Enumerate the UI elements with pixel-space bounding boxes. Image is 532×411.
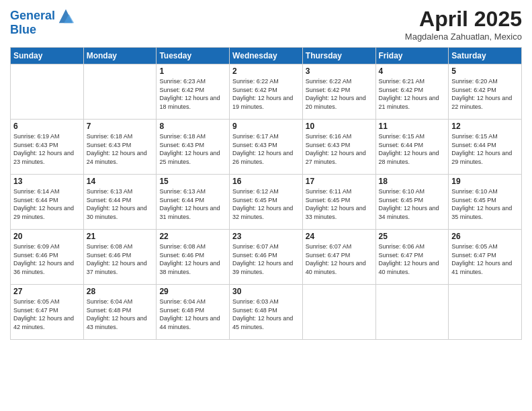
calendar-cell: 16Sunrise: 6:12 AM Sunset: 6:45 PM Dayli… (230, 175, 303, 230)
day-info: Sunrise: 6:11 AM Sunset: 6:45 PM Dayligh… (306, 187, 373, 221)
day-info: Sunrise: 6:05 AM Sunset: 6:47 PM Dayligh… (13, 298, 81, 331)
day-info: Sunrise: 6:14 AM Sunset: 6:44 PM Dayligh… (13, 187, 81, 221)
calendar-col-header: Tuesday (157, 48, 230, 64)
calendar-cell: 18Sunrise: 6:10 AM Sunset: 6:45 PM Dayli… (375, 175, 449, 230)
calendar-header-row: SundayMondayTuesdayWednesdayThursdayFrid… (11, 48, 522, 64)
calendar-cell: 3Sunrise: 6:22 AM Sunset: 6:42 PM Daylig… (302, 64, 375, 120)
calendar-cell: 12Sunrise: 6:15 AM Sunset: 6:44 PM Dayli… (449, 120, 522, 175)
calendar-body: 1Sunrise: 6:23 AM Sunset: 6:42 PM Daylig… (11, 64, 522, 340)
calendar-cell: 30Sunrise: 6:03 AM Sunset: 6:48 PM Dayli… (230, 285, 303, 340)
day-number: 8 (159, 122, 226, 131)
day-number: 28 (87, 287, 154, 296)
calendar-cell: 1Sunrise: 6:23 AM Sunset: 6:42 PM Daylig… (157, 64, 230, 120)
day-info: Sunrise: 6:04 AM Sunset: 6:48 PM Dayligh… (87, 298, 154, 331)
calendar-cell: 6Sunrise: 6:19 AM Sunset: 6:43 PM Daylig… (11, 120, 84, 175)
calendar-cell: 14Sunrise: 6:13 AM Sunset: 6:44 PM Dayli… (83, 175, 157, 230)
calendar-cell: 20Sunrise: 6:09 AM Sunset: 6:46 PM Dayli… (11, 230, 84, 285)
day-info: Sunrise: 6:18 AM Sunset: 6:43 PM Dayligh… (87, 132, 154, 166)
page-header: General Blue April 2025 Magdalena Zahuat… (10, 7, 522, 42)
calendar-week-row: 13Sunrise: 6:14 AM Sunset: 6:44 PM Dayli… (11, 175, 522, 230)
calendar-cell: 10Sunrise: 6:16 AM Sunset: 6:43 PM Dayli… (302, 120, 375, 175)
day-number: 2 (232, 66, 300, 76)
day-info: Sunrise: 6:08 AM Sunset: 6:46 PM Dayligh… (159, 242, 226, 276)
calendar-cell: 2Sunrise: 6:22 AM Sunset: 6:42 PM Daylig… (230, 64, 303, 120)
calendar-cell: 15Sunrise: 6:13 AM Sunset: 6:44 PM Dayli… (157, 175, 230, 230)
calendar-col-header: Saturday (449, 48, 522, 64)
day-info: Sunrise: 6:13 AM Sunset: 6:44 PM Dayligh… (87, 187, 154, 221)
day-number: 16 (232, 177, 300, 186)
logo: General Blue (10, 7, 75, 37)
day-info: Sunrise: 6:13 AM Sunset: 6:44 PM Dayligh… (159, 187, 226, 221)
day-info: Sunrise: 6:18 AM Sunset: 6:43 PM Dayligh… (159, 132, 226, 166)
calendar-col-header: Thursday (302, 48, 375, 64)
day-info: Sunrise: 6:22 AM Sunset: 6:42 PM Dayligh… (306, 77, 373, 111)
day-info: Sunrise: 6:17 AM Sunset: 6:43 PM Dayligh… (232, 132, 300, 166)
day-info: Sunrise: 6:10 AM Sunset: 6:45 PM Dayligh… (451, 187, 519, 221)
day-info: Sunrise: 6:12 AM Sunset: 6:45 PM Dayligh… (232, 187, 300, 221)
calendar-cell: 24Sunrise: 6:07 AM Sunset: 6:47 PM Dayli… (302, 230, 375, 285)
day-number: 26 (451, 232, 519, 241)
calendar-cell: 21Sunrise: 6:08 AM Sunset: 6:46 PM Dayli… (83, 230, 157, 285)
day-number: 27 (13, 287, 81, 296)
day-number: 4 (379, 66, 446, 76)
day-info: Sunrise: 6:16 AM Sunset: 6:43 PM Dayligh… (306, 132, 373, 166)
calendar-cell: 27Sunrise: 6:05 AM Sunset: 6:47 PM Dayli… (11, 285, 84, 340)
location: Magdalena Zahuatlan, Mexico (405, 32, 522, 42)
calendar-col-header: Sunday (11, 48, 84, 64)
calendar-cell: 26Sunrise: 6:05 AM Sunset: 6:47 PM Dayli… (449, 230, 522, 285)
day-info: Sunrise: 6:21 AM Sunset: 6:42 PM Dayligh… (379, 77, 446, 111)
calendar-cell (375, 285, 449, 340)
day-number: 23 (232, 232, 300, 241)
day-number: 6 (13, 122, 81, 131)
title-block: April 2025 Magdalena Zahuatlan, Mexico (405, 7, 522, 42)
calendar-week-row: 6Sunrise: 6:19 AM Sunset: 6:43 PM Daylig… (11, 120, 522, 175)
day-number: 10 (306, 122, 373, 131)
day-info: Sunrise: 6:10 AM Sunset: 6:45 PM Dayligh… (379, 187, 446, 221)
day-number: 13 (13, 177, 81, 186)
day-info: Sunrise: 6:07 AM Sunset: 6:46 PM Dayligh… (232, 242, 300, 276)
calendar-cell: 22Sunrise: 6:08 AM Sunset: 6:46 PM Dayli… (157, 230, 230, 285)
day-info: Sunrise: 6:20 AM Sunset: 6:42 PM Dayligh… (451, 77, 519, 111)
calendar-cell: 11Sunrise: 6:15 AM Sunset: 6:44 PM Dayli… (375, 120, 449, 175)
month-title: April 2025 (405, 7, 522, 32)
day-info: Sunrise: 6:03 AM Sunset: 6:48 PM Dayligh… (232, 298, 300, 331)
day-number: 3 (306, 66, 373, 76)
calendar-week-row: 20Sunrise: 6:09 AM Sunset: 6:46 PM Dayli… (11, 230, 522, 285)
calendar-cell: 5Sunrise: 6:20 AM Sunset: 6:42 PM Daylig… (449, 64, 522, 120)
day-number: 19 (451, 177, 519, 186)
day-number: 14 (87, 177, 154, 186)
calendar-cell: 17Sunrise: 6:11 AM Sunset: 6:45 PM Dayli… (302, 175, 375, 230)
calendar-cell: 25Sunrise: 6:06 AM Sunset: 6:47 PM Dayli… (375, 230, 449, 285)
day-number: 22 (159, 232, 226, 241)
day-number: 15 (159, 177, 226, 186)
calendar-week-row: 27Sunrise: 6:05 AM Sunset: 6:47 PM Dayli… (11, 285, 522, 340)
calendar-cell: 19Sunrise: 6:10 AM Sunset: 6:45 PM Dayli… (449, 175, 522, 230)
logo-text: General (10, 9, 55, 23)
calendar-cell: 23Sunrise: 6:07 AM Sunset: 6:46 PM Dayli… (230, 230, 303, 285)
day-number: 1 (159, 66, 226, 76)
day-number: 11 (379, 122, 446, 131)
day-number: 20 (13, 232, 81, 241)
calendar-cell (302, 285, 375, 340)
day-info: Sunrise: 6:23 AM Sunset: 6:42 PM Dayligh… (159, 77, 226, 111)
day-number: 12 (451, 122, 519, 131)
calendar-cell: 4Sunrise: 6:21 AM Sunset: 6:42 PM Daylig… (375, 64, 449, 120)
calendar-cell (83, 64, 157, 120)
calendar-cell: 13Sunrise: 6:14 AM Sunset: 6:44 PM Dayli… (11, 175, 84, 230)
day-number: 5 (451, 66, 519, 76)
day-number: 24 (306, 232, 373, 241)
day-number: 7 (87, 122, 154, 131)
calendar-cell: 7Sunrise: 6:18 AM Sunset: 6:43 PM Daylig… (83, 120, 157, 175)
day-info: Sunrise: 6:05 AM Sunset: 6:47 PM Dayligh… (451, 242, 519, 276)
day-number: 30 (232, 287, 300, 296)
day-info: Sunrise: 6:07 AM Sunset: 6:47 PM Dayligh… (306, 242, 373, 276)
day-info: Sunrise: 6:19 AM Sunset: 6:43 PM Dayligh… (13, 132, 81, 166)
logo-icon (56, 7, 75, 26)
day-info: Sunrise: 6:06 AM Sunset: 6:47 PM Dayligh… (379, 242, 446, 276)
calendar-cell: 8Sunrise: 6:18 AM Sunset: 6:43 PM Daylig… (157, 120, 230, 175)
calendar-cell: 9Sunrise: 6:17 AM Sunset: 6:43 PM Daylig… (230, 120, 303, 175)
day-info: Sunrise: 6:22 AM Sunset: 6:42 PM Dayligh… (232, 77, 300, 111)
day-number: 9 (232, 122, 300, 131)
day-info: Sunrise: 6:08 AM Sunset: 6:46 PM Dayligh… (87, 242, 154, 276)
calendar-cell: 28Sunrise: 6:04 AM Sunset: 6:48 PM Dayli… (83, 285, 157, 340)
